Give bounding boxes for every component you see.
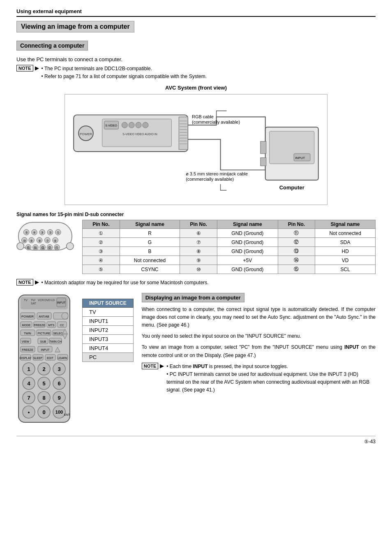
svg-text:POWER: POWER <box>80 133 92 136</box>
footer-text: ⑤-43 <box>364 439 376 444</box>
svg-text:TWIN CH: TWIN CH <box>49 340 62 343</box>
page-footer: ⑤-43 <box>16 436 376 444</box>
svg-text:Computer: Computer <box>279 185 304 191</box>
svg-text:ø 3.5 mm stereo minijack cable: ø 3.5 mm stereo minijack cable <box>186 171 248 176</box>
svg-text:ANT/AB: ANT/AB <box>39 315 49 318</box>
bottom-section: TV TV/ SAT VCR DVD LD INPUT POWER ANT/AB… <box>16 293 376 428</box>
svg-text:CC: CC <box>60 324 64 327</box>
svg-text:3: 3 <box>58 366 60 372</box>
table-row: ⑤CSYNC⑩GND (Ground)⑮SCL <box>83 265 376 274</box>
svg-point-7 <box>129 122 134 128</box>
display-section: Displaying an image from a computer When… <box>142 293 376 428</box>
svg-text:1: 1 <box>27 366 30 372</box>
svg-point-55 <box>67 243 74 250</box>
list-item: PC <box>83 352 134 362</box>
signal-section: Signal names for 15-pin mini D-sub conne… <box>16 212 376 274</box>
svg-point-8 <box>136 122 141 128</box>
svg-text:⑦: ⑦ <box>46 239 49 243</box>
note1-content: • The PC input terminals are DDC1/2B-com… <box>42 65 207 81</box>
signal-layout: ⑤ ④ ③ ② ① ⑩ ⑨ ⑧ ⑦ ⑥ <box>16 220 376 274</box>
svg-rect-11 <box>179 117 188 150</box>
note3-bullet1: • Each time INPUT is pressed, the input … <box>166 363 376 371</box>
svg-text:EDIT: EDIT <box>47 357 54 359</box>
svg-text:INPUT: INPUT <box>41 348 50 351</box>
svg-text:⑥: ⑥ <box>54 239 57 243</box>
col-pinno2: Pin No. <box>180 220 217 229</box>
intro-text: Use the PC terminals to connect a comput… <box>16 56 376 62</box>
svg-text:SLEEP: SLEEP <box>33 357 43 359</box>
svg-text:0: 0 <box>42 409 45 415</box>
page-header: Using external equipment <box>16 8 376 17</box>
signal-title: Signal names for 15-pin mini D-sub conne… <box>16 212 376 217</box>
svg-text:⑧: ⑧ <box>38 239 41 243</box>
svg-text:4: 4 <box>27 380 30 387</box>
svg-text:TWIN: TWIN <box>24 332 31 335</box>
svg-text:TV/: TV/ <box>31 299 35 302</box>
svg-text:PICTURE: PICTURE <box>38 332 51 335</box>
avc-system-diagram: POWER S-VIDEO S-VIDEO VIDEO AUDIO IN RGB… <box>65 94 327 205</box>
header-title: Using external equipment <box>16 8 82 14</box>
svg-text:8: 8 <box>42 395 45 401</box>
svg-text:②: ② <box>49 231 52 235</box>
connector-pin-diagram: ⑤ ④ ③ ② ① ⑩ ⑨ ⑧ ⑦ ⑥ <box>16 220 74 254</box>
svg-text:FREEZE: FREEZE <box>34 324 45 327</box>
svg-text:⑪: ⑪ <box>55 246 58 250</box>
svg-text:•: • <box>28 409 30 415</box>
svg-text:⑤: ⑤ <box>25 231 28 235</box>
svg-text:DVD: DVD <box>44 299 51 302</box>
svg-text:(commercially available): (commercially available) <box>192 120 240 125</box>
note2-arrow: ▶ <box>35 279 39 285</box>
svg-text:POWER: POWER <box>21 315 34 318</box>
svg-text:TV: TV <box>24 299 28 302</box>
diagram-title: AVC System (front view) <box>16 85 376 91</box>
note1-arrow: ▶ <box>35 65 39 71</box>
svg-text:INPUT: INPUT <box>57 301 66 304</box>
list-item: TV <box>83 307 134 316</box>
note2-content: • Macintosh adaptor may be required for … <box>42 279 209 287</box>
svg-text:(commercially available): (commercially available) <box>186 177 234 182</box>
svg-text:⑫: ⑫ <box>48 246 51 250</box>
avc-diagram-section: AVC System (front view) POWER S-VIDEO S-… <box>16 85 376 205</box>
col-signame1: Signal name <box>120 220 180 229</box>
svg-text:⑭: ⑭ <box>34 246 37 250</box>
svg-text:7: 7 <box>27 395 30 401</box>
subsection-title: Connecting a computer <box>16 41 88 51</box>
svg-text:ENT: ENT <box>64 413 70 416</box>
note1-bullet1: • The PC input terminals are DDC1/2B-com… <box>42 65 207 73</box>
display-paragraph1: When connecting to a computer, the corre… <box>142 306 376 359</box>
svg-text:MTS: MTS <box>48 324 55 327</box>
table-row: ③B⑧GND (Ground)⑬HD <box>83 247 376 256</box>
signal-table: Pin No. Signal name Pin No. Signal name … <box>82 220 376 274</box>
col-pinno3: Pin No. <box>278 220 315 229</box>
note3-content: • Each time INPUT is pressed, the input … <box>166 363 376 394</box>
col-signame3: Signal name <box>315 220 376 229</box>
svg-text:S-VIDEO: S-VIDEO <box>105 124 117 127</box>
note1-label: NOTE <box>16 65 33 71</box>
note3-bullet2: • PC INPUT terminals cannot be used for … <box>166 371 376 394</box>
pin-svg: ⑤ ④ ③ ② ① ⑩ ⑨ ⑧ ⑦ ⑥ <box>16 220 74 253</box>
svg-text:DISPLAY: DISPLAY <box>19 357 31 359</box>
note1-bullet2: • Refer to page 71 for a list of compute… <box>42 73 207 81</box>
input-source-area: INPUT SOURCE TVINPUT1INPUT2INPUT3INPUT4P… <box>82 297 134 428</box>
svg-rect-32 <box>261 158 266 166</box>
svg-text:SUB: SUB <box>40 340 46 343</box>
svg-text:FREEZE: FREEZE <box>22 348 33 351</box>
svg-rect-31 <box>261 142 266 154</box>
svg-text:SAT: SAT <box>31 302 37 305</box>
svg-text:2: 2 <box>42 366 45 372</box>
remote-control-svg: TV TV/ SAT VCR DVD LD INPUT POWER ANT/AB… <box>16 293 72 424</box>
note3: NOTE ▶ • Each time INPUT is pressed, the… <box>142 363 376 394</box>
svg-text:5: 5 <box>42 380 45 387</box>
list-item: INPUT4 <box>83 343 134 352</box>
svg-text:⑮: ⑮ <box>27 246 30 250</box>
note2: NOTE ▶ • Macintosh adaptor may be requir… <box>16 279 376 287</box>
list-item: INPUT3 <box>83 334 134 343</box>
svg-text:①: ① <box>57 231 60 235</box>
svg-text:MODE: MODE <box>22 324 31 327</box>
svg-text:INPUT: INPUT <box>295 156 305 160</box>
table-row: ④Not connected⑨+5V⑭VD <box>83 256 376 265</box>
svg-text:6: 6 <box>58 380 60 387</box>
col-pinno1: Pin No. <box>83 220 120 229</box>
svg-point-81 <box>62 313 68 319</box>
svg-text:⑬: ⑬ <box>41 246 44 250</box>
